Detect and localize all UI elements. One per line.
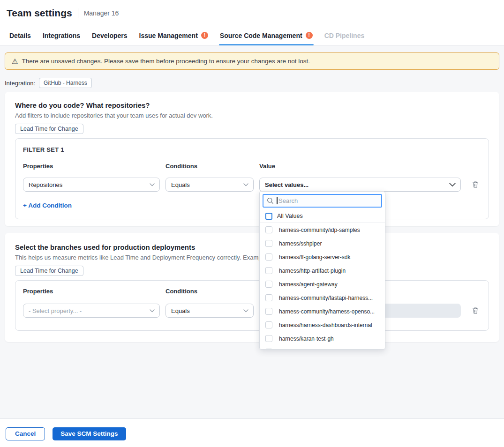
delete-filter-button[interactable] [471,306,480,315]
tab-label: Developers [92,32,127,39]
checkbox[interactable] [265,281,272,288]
checkbox[interactable] [265,213,272,220]
section-subtitle: This helps us measure metrics like Lead … [15,254,489,261]
filter-set-branches: Properties Conditions - Select property.… [15,280,489,331]
list-item[interactable]: harness/http-artifact-plugin [260,264,385,277]
page-subtitle: Manager 16 [84,9,119,17]
trash-icon [472,181,479,188]
integration-chip[interactable]: GitHub - Harness [39,78,92,88]
section-subtitle: Add filters to include repositories that… [15,112,489,119]
filter-column-labels: Properties Conditions Value [23,163,481,170]
unsaved-changes-banner: ⚠ There are unsaved changes. Please save… [5,52,499,70]
page-title: Team settings [7,7,72,19]
alert-badge-icon: ! [306,32,313,39]
checkbox[interactable] [265,308,272,315]
lead-time-tag: Lead Time for Change [15,124,83,134]
text-cursor [277,197,278,204]
integration-row: Integration: GitHub - Harness [5,78,499,88]
section-title: Where do you code? What repositories? [15,101,489,109]
conditions-select-value: Equals [171,307,190,314]
filter-column-labels: Properties Conditions [23,288,481,295]
properties-label: Properties [23,288,160,295]
checkbox[interactable] [265,294,272,301]
conditions-select-value: Equals [171,181,190,188]
filter-set-1: FILTER SET 1 Properties Conditions Value… [15,138,489,219]
properties-label: Properties [23,163,160,170]
tab-developers[interactable]: Developers [91,26,128,45]
checkbox[interactable] [265,267,272,274]
title-divider [78,8,78,18]
tab-integrations[interactable]: Integrations [42,26,81,45]
all-values-label: All Values [277,213,303,219]
chevron-down-icon [243,183,248,186]
properties-select-placeholder: - Select property... - [29,307,82,314]
cancel-button[interactable]: Cancel [6,427,45,440]
list-item[interactable]: harness/sshpiper [260,237,385,250]
filter-row: - Select property... - Equals [23,304,481,318]
list-item[interactable]: harness/karan-test-gh [260,332,385,345]
chevron-down-icon [449,183,456,187]
chevron-down-icon [243,309,248,313]
filter-row: Repositories Equals Select values... [23,178,481,192]
tab-label: Source Code Management [220,32,302,39]
integration-label: Integration: [5,80,35,87]
trash-icon [472,307,479,314]
tab-label: CD Pipelines [324,32,365,39]
list-item[interactable]: harness/harness-dashboards-internal [260,318,385,332]
alert-badge-icon: ! [201,32,208,39]
tab-label: Issue Management [139,32,198,39]
value-multiselect[interactable]: Select values... [259,178,461,192]
tab-bar: Details Integrations Developers Issue Ma… [0,26,504,45]
search-icon [267,197,274,204]
tab-source-code-management[interactable]: Source Code Management ! [219,26,314,45]
value-label: Value [259,163,461,170]
chevron-down-icon [150,183,155,186]
list-item[interactable]: harness/agent-gateway [260,277,385,291]
value-dropdown-panel: All Values harness-community/idp-samples… [259,191,385,350]
tab-details[interactable]: Details [8,26,32,45]
page: Team settings Manager 16 Details Integra… [0,0,504,447]
checkbox[interactable] [265,349,272,350]
list-item[interactable]: harness/ff-golang-server-sdk [260,250,385,264]
add-condition-button[interactable]: + Add Condition [23,202,72,209]
search-input[interactable] [263,194,382,208]
banner-text: There are unsaved changes. Please save t… [22,58,310,65]
list-item-partial[interactable]: harness/internal-test-dashboard [260,345,385,350]
filter-set-title: FILTER SET 1 [23,146,481,153]
footer-actions: Cancel Save SCM Settings [0,418,504,447]
checkbox[interactable] [265,226,272,233]
dropdown-search [263,194,382,208]
chevron-down-icon [150,309,155,313]
list-item[interactable]: harness-community/fastapi-harness... [260,291,385,305]
tab-label: Integrations [43,32,80,39]
tab-label: Details [9,32,31,39]
checkbox[interactable] [265,253,272,261]
value-select-placeholder: Select values... [265,181,308,188]
properties-select-value: Repositories [29,181,62,188]
warning-triangle-icon: ⚠ [12,58,18,65]
conditions-select[interactable]: Equals [165,178,254,192]
checkbox[interactable] [265,321,272,328]
conditions-select[interactable]: Equals [165,304,254,318]
page-header: Team settings Manager 16 [0,0,504,26]
checkbox[interactable] [265,335,272,342]
tab-issue-management[interactable]: Issue Management ! [138,26,209,45]
save-scm-settings-button[interactable]: Save SCM Settings [53,427,126,440]
list-item[interactable]: harness-community/harness-openso... [260,305,385,318]
branches-card: Select the branches used for production … [5,233,499,342]
repositories-card: Where do you code? What repositories? Ad… [5,92,499,226]
lead-time-tag: Lead Time for Change [15,266,83,276]
properties-select[interactable]: Repositories [23,178,160,192]
checkbox[interactable] [265,240,272,247]
properties-select[interactable]: - Select property... - [23,304,160,318]
conditions-label: Conditions [165,288,254,295]
main-content: ⚠ There are unsaved changes. Please save… [0,45,504,342]
delete-filter-button[interactable] [471,180,480,189]
conditions-label: Conditions [165,163,254,170]
tab-cd-pipelines[interactable]: CD Pipelines [323,26,366,45]
section-title: Select the branches used for production … [15,243,489,251]
list-item[interactable]: harness-community/idp-samples [260,223,385,237]
all-values-option[interactable]: All Values [260,209,385,223]
